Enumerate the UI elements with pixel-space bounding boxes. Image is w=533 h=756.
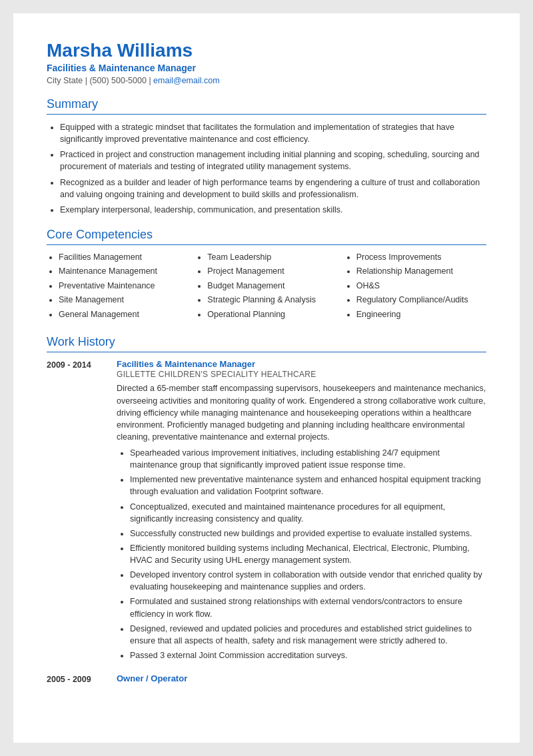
competency-item: Preventative Maintenance — [59, 280, 189, 292]
job-title: Owner / Operator — [117, 673, 486, 683]
competencies-grid: Facilities ManagementMaintenance Managem… — [47, 252, 486, 324]
col3-list: Process ImprovementsRelationship Managem… — [344, 252, 486, 321]
work-entry: 2005 - 2009Owner / Operator — [47, 673, 486, 684]
job-bullet: Designed, reviewed and updated policies … — [130, 623, 486, 647]
work-history-divider — [47, 352, 486, 352]
competency-item: Maintenance Management — [59, 266, 189, 278]
job-bullet: Successfully constructed new buildings a… — [130, 528, 486, 540]
work-entries: 2009 - 2014Facilities & Maintenance Mana… — [47, 359, 486, 684]
competency-item: General Management — [59, 309, 189, 321]
col2-list: Team LeadershipProject ManagementBudget … — [195, 252, 337, 321]
job-bullet: Formulated and sustained strong relation… — [130, 595, 486, 619]
email-link[interactable]: email@email.com — [153, 76, 220, 85]
job-bullets: Spearheaded various improvement initiati… — [117, 447, 486, 661]
work-dates: 2009 - 2014 — [47, 359, 103, 664]
resume-page: Marsha Williams Facilities & Maintenance… — [13, 13, 520, 743]
work-history-title: Work History — [47, 335, 486, 349]
competency-item: Strategic Planning & Analysis — [207, 294, 337, 306]
city-state: City State — [47, 76, 83, 85]
phone: (500) 500-5000 — [89, 76, 146, 85]
competency-item: Regulatory Compliance/Audits — [356, 294, 486, 306]
competencies-divider — [47, 244, 486, 245]
competency-item: Team Leadership — [207, 252, 337, 264]
summary-bullet: Recognized as a builder and leader of hi… — [60, 177, 486, 200]
summary-list: Equipped with a strategic mindset that f… — [47, 121, 486, 216]
competency-item: Process Improvements — [356, 252, 486, 264]
summary-divider — [47, 114, 486, 115]
competency-item: Engineering — [356, 309, 486, 321]
job-bullet: Efficiently monitored building systems i… — [130, 542, 486, 566]
summary-bullet: Equipped with a strategic mindset that f… — [60, 121, 486, 145]
header: Marsha Williams Facilities & Maintenance… — [47, 40, 486, 85]
contact-info: City State | (500) 500-5000 | email@emai… — [47, 76, 486, 85]
summary-bullet: Practiced in project and construction ma… — [60, 149, 486, 173]
competency-item: Site Management — [59, 294, 189, 306]
job-bullet: Spearheaded various improvement initiati… — [130, 447, 486, 471]
competencies-col3: Process ImprovementsRelationship Managem… — [344, 252, 486, 324]
competency-item: Budget Management — [207, 280, 337, 292]
job-bullet: Conceptualized, executed and maintained … — [130, 501, 486, 525]
job-title: Facilities & Maintenance Manager — [117, 359, 486, 369]
job-bullet: Developed inventory control system in co… — [130, 569, 486, 593]
job-bullet: Implemented new preventative maintenance… — [130, 474, 486, 498]
work-dates: 2005 - 2009 — [47, 673, 103, 684]
work-history-section: Work History 2009 - 2014Facilities & Mai… — [47, 335, 486, 684]
col1-list: Facilities ManagementMaintenance Managem… — [47, 252, 189, 321]
competencies-section: Core Competencies Facilities ManagementM… — [47, 228, 486, 324]
summary-title: Summary — [47, 97, 486, 111]
work-content: Owner / Operator — [117, 673, 486, 684]
summary-bullet: Exemplary interpersonal, leadership, com… — [60, 204, 486, 216]
job-bullet: Passed 3 external Joint Commission accre… — [130, 649, 486, 661]
competency-item: Project Management — [207, 266, 337, 278]
work-entry: 2009 - 2014Facilities & Maintenance Mana… — [47, 359, 486, 664]
summary-section: Summary Equipped with a strategic mindse… — [47, 97, 486, 216]
competency-item: OH&S — [356, 280, 486, 292]
job-description: Directed a 65-member staff encompassing … — [117, 382, 486, 443]
competency-item: Operational Planning — [207, 309, 337, 321]
work-content: Facilities & Maintenance ManagerGillette… — [117, 359, 486, 664]
competencies-col1: Facilities ManagementMaintenance Managem… — [47, 252, 189, 324]
competencies-col2: Team LeadershipProject ManagementBudget … — [195, 252, 337, 324]
competency-item: Relationship Management — [356, 266, 486, 278]
competency-item: Facilities Management — [59, 252, 189, 264]
candidate-title: Facilities & Maintenance Manager — [47, 63, 486, 73]
competencies-title: Core Competencies — [47, 228, 486, 242]
candidate-name: Marsha Williams — [47, 40, 486, 61]
company-name: Gillette Children's Speciality Healthcar… — [117, 370, 486, 379]
